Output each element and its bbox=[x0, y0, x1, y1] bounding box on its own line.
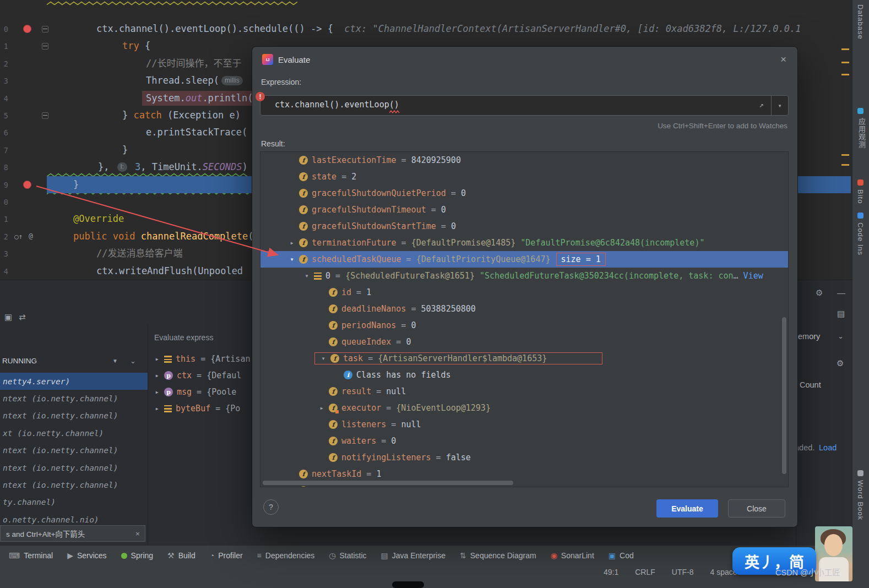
layout-icon[interactable]: ▤ bbox=[837, 309, 845, 319]
stack-frame-row[interactable]: ntext (io.netty.channel) bbox=[0, 476, 148, 493]
statusbar-item-spring[interactable]: Spring bbox=[121, 550, 153, 561]
code-line[interactable]: ctx.channel().eventLoop().schedule(() ->… bbox=[96, 20, 801, 37]
settings-sliders-icon[interactable]: ⇄ bbox=[19, 312, 26, 322]
stack-frame-row[interactable]: ntext (io.netty.channel) bbox=[0, 390, 148, 407]
chevron-down-icon[interactable]: ⌄ bbox=[130, 357, 136, 365]
chevron-down-icon[interactable]: ▾ bbox=[285, 255, 299, 263]
expand-expression-icon[interactable]: ↗ bbox=[759, 100, 764, 109]
view-link[interactable]: View bbox=[743, 271, 763, 281]
stack-frame-row[interactable]: netty4.server) bbox=[0, 373, 148, 390]
variable-row[interactable]: ▸byteBuf = {Po bbox=[150, 400, 254, 417]
statusbar-item-java-enterprise[interactable]: ▤Java Enterprise bbox=[381, 550, 446, 561]
statusbar-item-build[interactable]: ⚒Build bbox=[167, 550, 195, 561]
code-line[interactable]: //发送消息给客户端 bbox=[96, 245, 182, 262]
minus-icon[interactable]: — bbox=[837, 288, 845, 297]
load-link[interactable]: Load bbox=[819, 443, 837, 452]
chevron-down-icon[interactable]: ▾ bbox=[300, 272, 314, 280]
result-tree[interactable]: flastExecutionTime = 8420925900fstate = … bbox=[260, 151, 789, 487]
evaluate-button[interactable]: Evaluate bbox=[656, 499, 718, 518]
tree-row[interactable]: flisteners = null bbox=[260, 416, 788, 433]
stack-frame-row[interactable]: ty.channel) bbox=[0, 494, 148, 511]
tree-row[interactable]: fid = 1 bbox=[260, 284, 788, 301]
file-encoding[interactable]: UTF-8 bbox=[672, 568, 694, 576]
tree-row[interactable]: ▸fterminationFuture = {DefaultPromise@14… bbox=[260, 235, 788, 251]
gear-icon[interactable]: ⚙ bbox=[816, 288, 823, 298]
tree-row[interactable]: fstate = 2 bbox=[260, 168, 788, 185]
breakpoint-icon[interactable] bbox=[23, 181, 31, 189]
stack-frame-row[interactable]: xt (io.netty.channel) bbox=[0, 424, 148, 442]
tool-tab-word-book[interactable]: Word Book bbox=[856, 480, 865, 520]
code-line[interactable]: Thread.sleep(millis bbox=[146, 72, 245, 89]
code-line[interactable]: } catch (Exception e) bbox=[122, 107, 241, 124]
chevron-right-icon[interactable]: ▸ bbox=[314, 404, 329, 412]
tree-row[interactable]: iClass has no fields bbox=[260, 367, 788, 383]
help-button[interactable]: ? bbox=[263, 499, 279, 515]
tree-row[interactable]: ▸fexecutor = {NioEventLoop@1293} bbox=[260, 400, 788, 416]
statusbar-item-dependencies[interactable]: ≡Dependencies bbox=[257, 550, 315, 561]
code-line[interactable]: try { bbox=[122, 37, 150, 55]
variable-row[interactable]: ▸this = {Artisan bbox=[150, 351, 254, 367]
chevron-down-icon[interactable]: ⌄ bbox=[838, 332, 844, 340]
line-separator[interactable]: CRLF bbox=[635, 568, 655, 576]
statusbar-item-sonarlint[interactable]: ◉SonarLint bbox=[551, 550, 594, 561]
chevron-right-icon[interactable]: ▸ bbox=[285, 239, 299, 247]
tree-row[interactable]: fgracefulShutdownTimeout = 0 bbox=[260, 202, 788, 218]
close-icon[interactable]: × bbox=[135, 530, 145, 538]
fold-marker-icon[interactable] bbox=[42, 112, 48, 119]
layout-icon[interactable]: ▣ bbox=[4, 312, 12, 322]
chevron-right-icon[interactable]: ▸ bbox=[285, 487, 299, 487]
code-line[interactable]: e.printStackTrace( bbox=[146, 124, 247, 141]
chevron-down-icon[interactable]: ▾ bbox=[316, 355, 330, 362]
tree-row[interactable]: ▾fscheduledTaskQueue = {DefaultPriorityQ… bbox=[260, 251, 788, 268]
statusbar-item-services[interactable]: ▶Services bbox=[67, 550, 106, 561]
variable-row[interactable]: ▸pmsg = {Poole bbox=[150, 384, 254, 400]
tree-row[interactable]: fnotifyingListeners = false bbox=[260, 449, 788, 466]
tree-row[interactable]: ▾0 = {ScheduledFutureTask@1651} "Schedul… bbox=[260, 268, 788, 284]
thread-status-row[interactable]: RUNNING ▼ ⌄ bbox=[0, 352, 148, 369]
expression-value[interactable]: ctx.channel().eventLoop() bbox=[275, 100, 399, 110]
tree-row[interactable]: ▾ftask = {ArtisanServerHandler$lambda@16… bbox=[260, 350, 788, 367]
vertical-scrollbar[interactable] bbox=[782, 317, 786, 474]
tool-tab-bito[interactable]: Bito bbox=[856, 189, 865, 204]
tool-tab-应用观测[interactable]: 应用观测 bbox=[856, 118, 867, 149]
code-line[interactable]: //长时间操作，不至于 bbox=[146, 55, 241, 72]
chevron-right-icon[interactable]: ▸ bbox=[150, 355, 164, 363]
tool-tab-database[interactable]: Database bbox=[856, 4, 865, 40]
statusbar-item-statistic[interactable]: ◷Statistic bbox=[329, 550, 366, 561]
stack-frames-list[interactable]: netty4.server)ntext (io.netty.channel)nt… bbox=[0, 373, 148, 529]
variables-list[interactable]: ▸this = {Artisan▸pctx = {Defaul▸pmsg = {… bbox=[150, 351, 254, 417]
chevron-right-icon[interactable]: ▸ bbox=[150, 405, 164, 412]
caret-position[interactable]: 49:1 bbox=[604, 568, 618, 576]
statusbar-item-sequence-diagram[interactable]: ⇅Sequence Diagram bbox=[460, 550, 536, 561]
tree-row[interactable]: fnextTaskId = 1 bbox=[260, 466, 788, 482]
code-line[interactable]: } bbox=[73, 176, 79, 193]
variable-row[interactable]: ▸pctx = {Defaul bbox=[150, 367, 254, 384]
close-button[interactable]: Close bbox=[728, 499, 785, 518]
tree-row[interactable]: fwaiters = 0 bbox=[260, 433, 788, 449]
tree-row[interactable]: fqueueIndex = 0 bbox=[260, 334, 788, 350]
fold-marker-icon[interactable] bbox=[42, 43, 48, 50]
code-line[interactable]: System.out.println( bbox=[146, 90, 253, 107]
statusbar-item-cod[interactable]: ▣Cod bbox=[609, 550, 634, 561]
stack-frame-row[interactable]: ntext (io.netty.channel) bbox=[0, 407, 148, 424]
code-line[interactable]: @Override bbox=[73, 210, 124, 227]
horizontal-scrollbar[interactable] bbox=[263, 481, 513, 485]
tree-row[interactable]: fgracefulShutdownQuietPeriod = 0 bbox=[260, 185, 788, 202]
tree-row[interactable]: flastExecutionTime = 8420925900 bbox=[260, 152, 788, 168]
tree-row[interactable]: fperiodNanos = 0 bbox=[260, 317, 788, 334]
code-line[interactable]: public void channelReadComplete( bbox=[73, 228, 254, 245]
tree-row[interactable]: fresult = null bbox=[260, 383, 788, 400]
stack-frame-row[interactable]: ntext (io.netty.channel) bbox=[0, 442, 148, 459]
statusbar-item-profiler[interactable]: ◔Profiler bbox=[210, 550, 243, 561]
chevron-right-icon[interactable]: ▸ bbox=[150, 388, 164, 396]
close-icon[interactable]: × bbox=[780, 53, 786, 66]
statusbar-item-terminal[interactable]: ⌨Terminal bbox=[9, 550, 53, 561]
code-line[interactable]: ctx.writeAndFlush(Unpooled bbox=[96, 263, 243, 280]
tool-tab-code-ins[interactable]: Code Ins bbox=[856, 222, 865, 255]
filter-funnel-icon[interactable]: ▼ bbox=[112, 358, 118, 364]
stack-frame-row[interactable]: ntext (io.netty.channel) bbox=[0, 459, 148, 476]
tree-row[interactable]: fdeadlineNanos = 50388250800 bbox=[260, 301, 788, 317]
breakpoint-icon[interactable] bbox=[23, 25, 31, 33]
history-dropdown-icon[interactable]: ▾ bbox=[771, 96, 788, 115]
tree-row[interactable]: fgracefulShutdownStartTime = 0 bbox=[260, 218, 788, 235]
